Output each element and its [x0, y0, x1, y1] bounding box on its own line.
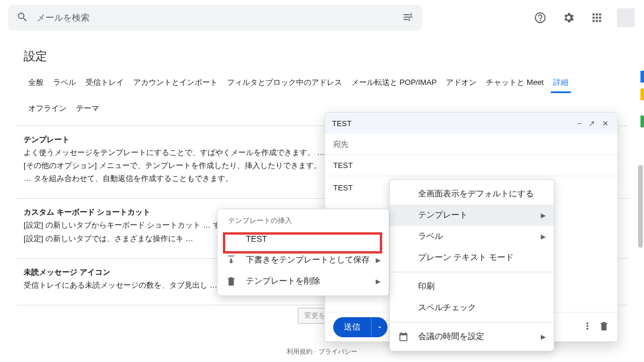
compose-header[interactable]: TEST − ↗ ✕ — [325, 113, 617, 134]
sidepanel-chip[interactable] — [640, 71, 644, 83]
tune-icon[interactable] — [402, 11, 414, 25]
search-placeholder: メールを検索 — [37, 12, 394, 24]
tab-offline[interactable]: オフライン — [24, 100, 71, 117]
menu-spellcheck[interactable]: スペルチェック — [390, 297, 554, 318]
search-icon — [17, 11, 28, 25]
menu-plaintext[interactable]: プレーン テキスト モード — [390, 247, 554, 268]
menu-divider — [390, 322, 554, 322]
scrollbar-thumb[interactable] — [638, 165, 643, 248]
settings-tabs: 全般 ラベル 受信トレイ アカウントとインポート フィルタとブロック中のアドレス… — [17, 74, 627, 91]
sidepanel-chip[interactable] — [640, 88, 644, 100]
tab-accounts[interactable]: アカウントとインポート — [129, 74, 222, 91]
calendar-icon — [398, 331, 409, 342]
chevron-right-icon: ▶ — [376, 278, 380, 285]
tab-general[interactable]: 全般 — [24, 74, 48, 91]
section-unread-icon-body: 受信トレイにある未読メッセージの数を、タブ見出し … — [24, 279, 224, 292]
search-box[interactable]: メールを検索 — [8, 5, 422, 31]
section-custom-kb-body: [設定] の新しいタブからキーボード ショートカット … す。[設定] の新しい… — [24, 219, 236, 245]
template-item-test[interactable]: TEST — [218, 228, 389, 249]
tab-themes[interactable]: テーマ — [71, 100, 104, 117]
tab-inbox[interactable]: 受信トレイ — [81, 74, 129, 91]
menu-fullscreen-default[interactable]: 全画面表示をデフォルトにする — [390, 183, 554, 205]
help-icon[interactable] — [528, 6, 552, 29]
download-icon — [226, 255, 236, 265]
menu-print[interactable]: 印刷 — [390, 276, 554, 297]
compose-to-field[interactable]: 宛先 — [325, 134, 617, 155]
right-edge — [635, 0, 644, 362]
menu-templates[interactable]: テンプレート▶ — [390, 205, 554, 226]
compose-subject-header: TEST — [332, 119, 575, 128]
tab-filters[interactable]: フィルタとブロック中のアドレス — [222, 74, 347, 91]
compose-subject-field[interactable]: TEST — [325, 155, 617, 176]
chevron-right-icon: ▶ — [541, 212, 546, 219]
tab-advanced[interactable]: 詳細 — [548, 74, 573, 91]
settings-title: 設定 — [17, 35, 627, 74]
tab-forwarding[interactable]: メール転送と POP/IMAP — [347, 74, 441, 91]
tab-chat[interactable]: チャットと Meet — [481, 74, 548, 91]
close-icon[interactable]: ✕ — [600, 119, 610, 128]
save-draft-as-template[interactable]: 下書きをテンプレートとして保存▶ — [218, 249, 389, 271]
minimize-icon[interactable]: − — [575, 119, 583, 128]
delete-template[interactable]: テンプレートを削除▶ — [218, 271, 389, 292]
chevron-right-icon: ▶ — [541, 333, 546, 341]
more-options-icon[interactable] — [582, 321, 593, 333]
menu-labels[interactable]: ラベル▶ — [390, 226, 554, 247]
apps-icon[interactable] — [585, 6, 609, 29]
templates-submenu: テンプレートの挿入 TEST 下書きをテンプレートとして保存▶ テンプレートを削… — [217, 209, 389, 296]
chevron-right-icon: ▶ — [541, 233, 546, 241]
sidepanel-chip[interactable] — [640, 116, 644, 127]
send-button[interactable]: 送信 — [333, 317, 371, 337]
compose-more-menu: 全画面表示をデフォルトにする テンプレート▶ ラベル▶ プレーン テキスト モー… — [389, 179, 554, 351]
discard-icon[interactable] — [599, 321, 609, 333]
topbar: メールを検索 — [0, 0, 644, 35]
chevron-right-icon: ▶ — [376, 256, 380, 264]
account-avatar[interactable] — [617, 8, 636, 27]
tab-addons[interactable]: アドオン — [441, 74, 481, 91]
section-templates-body: よく使うメッセージをテンプレートにすることで、すばやくメールを作成できます。 …… — [24, 146, 330, 185]
send-more-button[interactable] — [371, 317, 387, 337]
trash-icon — [226, 276, 236, 287]
send-group: 送信 — [333, 317, 387, 337]
menu-set-meeting-time[interactable]: 会議の時間を設定▶ — [390, 326, 554, 347]
submenu-header: テンプレートの挿入 — [218, 213, 389, 228]
popout-icon[interactable]: ↗ — [587, 119, 597, 128]
tab-labels[interactable]: ラベル — [48, 74, 81, 91]
settings-icon[interactable] — [557, 6, 580, 29]
menu-divider — [390, 272, 554, 272]
